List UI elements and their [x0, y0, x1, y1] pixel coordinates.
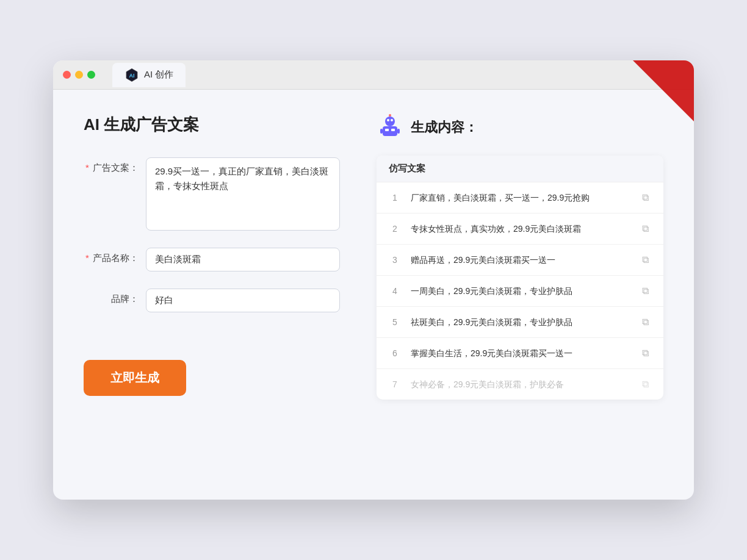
svg-point-9: [389, 114, 391, 117]
row-text-2: 专抹女性斑点，真实功效，29.9元美白淡斑霜: [411, 223, 630, 235]
row-text-4: 一周美白，29.9元美白淡斑霜，专业护肤品: [411, 285, 630, 298]
svg-rect-5: [383, 126, 397, 136]
svg-rect-10: [380, 129, 383, 134]
maximize-button[interactable]: [87, 71, 95, 79]
copy-icon-7[interactable]: ⧉: [640, 378, 651, 391]
table-row: 3 赠品再送，29.9元美白淡斑霜买一送一 ⧉: [377, 245, 663, 276]
svg-rect-7: [391, 129, 395, 131]
form-group-ad-copy: * 广告文案：: [84, 157, 340, 231]
result-header: 生成内容：: [377, 114, 663, 141]
label-ad-copy: * 广告文案：: [84, 157, 139, 174]
table-row: 1 厂家直销，美白淡斑霜，买一送一，29.9元抢购 ⧉: [377, 182, 663, 214]
ai-icon: AI: [125, 68, 139, 82]
ad-copy-textarea[interactable]: [146, 157, 340, 231]
form-group-brand: 品牌：: [84, 289, 340, 312]
svg-point-2: [385, 117, 395, 126]
svg-rect-11: [397, 129, 400, 134]
row-number-6: 6: [389, 348, 401, 358]
minimize-button[interactable]: [75, 71, 83, 79]
traffic-lights: [63, 71, 95, 79]
right-panel: 生成内容： 仿写文案 1 厂家直销，美白淡斑霜，买一送一，29.9元抢购 ⧉ 2…: [377, 114, 663, 468]
table-row: 6 掌握美白生活，29.9元美白淡斑霜买一送一 ⧉: [377, 338, 663, 369]
close-button[interactable]: [63, 71, 71, 79]
svg-point-4: [391, 119, 393, 121]
svg-rect-6: [385, 129, 389, 131]
main-content: AI 生成广告文案 * 广告文案： * 产品名称： 品牌：: [53, 90, 694, 492]
row-number-1: 1: [389, 193, 401, 203]
svg-text:AI: AI: [129, 72, 135, 78]
row-number-5: 5: [389, 317, 401, 327]
row-text-1: 厂家直销，美白淡斑霜，买一送一，29.9元抢购: [411, 192, 630, 204]
table-row: 2 专抹女性斑点，真实功效，29.9元美白淡斑霜 ⧉: [377, 214, 663, 245]
table-header: 仿写文案: [377, 156, 663, 182]
tab-label: AI 创作: [144, 69, 173, 81]
copy-icon-6[interactable]: ⧉: [640, 346, 651, 360]
copy-icon-3[interactable]: ⧉: [640, 253, 651, 267]
row-text-3: 赠品再送，29.9元美白淡斑霜买一送一: [411, 254, 630, 267]
svg-point-3: [387, 119, 389, 121]
product-name-input[interactable]: [146, 248, 340, 271]
copy-icon-4[interactable]: ⧉: [640, 284, 651, 298]
row-text-5: 祛斑美白，29.9元美白淡斑霜，专业护肤品: [411, 316, 630, 329]
left-panel: AI 生成广告文案 * 广告文案： * 产品名称： 品牌：: [84, 114, 340, 468]
row-number-7: 7: [389, 379, 401, 389]
generate-button[interactable]: 立即生成: [84, 360, 186, 396]
row-number-3: 3: [389, 255, 401, 265]
label-brand: 品牌：: [84, 289, 139, 305]
form-group-product-name: * 产品名称：: [84, 248, 340, 271]
table-row: 7 女神必备，29.9元美白淡斑霜，护肤必备 ⧉: [377, 369, 663, 400]
row-text-6: 掌握美白生活，29.9元美白淡斑霜买一送一: [411, 347, 630, 360]
result-table: 仿写文案 1 厂家直销，美白淡斑霜，买一送一，29.9元抢购 ⧉ 2 专抹女性斑…: [377, 156, 663, 400]
page-title: AI 生成广告文案: [84, 114, 340, 135]
copy-icon-2[interactable]: ⧉: [640, 222, 651, 235]
row-number-4: 4: [389, 286, 401, 296]
row-text-7: 女神必备，29.9元美白淡斑霜，护肤必备: [411, 378, 630, 391]
result-title: 生成内容：: [411, 118, 478, 137]
browser-window: AI AI 创作 AI 生成广告文案 * 广告文案： * 产品名称：: [53, 60, 694, 500]
tab-ai-create[interactable]: AI AI 创作: [112, 63, 186, 87]
copy-icon-1[interactable]: ⧉: [640, 191, 651, 204]
row-number-2: 2: [389, 224, 401, 234]
robot-icon: [377, 114, 403, 141]
required-mark-product: *: [85, 253, 89, 263]
table-row: 4 一周美白，29.9元美白淡斑霜，专业护肤品 ⧉: [377, 276, 663, 307]
brand-input[interactable]: [146, 289, 340, 312]
title-bar: AI AI 创作: [53, 60, 694, 90]
label-product-name: * 产品名称：: [84, 248, 139, 264]
table-row: 5 祛斑美白，29.9元美白淡斑霜，专业护肤品 ⧉: [377, 307, 663, 338]
copy-icon-5[interactable]: ⧉: [640, 315, 651, 329]
required-mark-ad-copy: *: [85, 162, 89, 173]
